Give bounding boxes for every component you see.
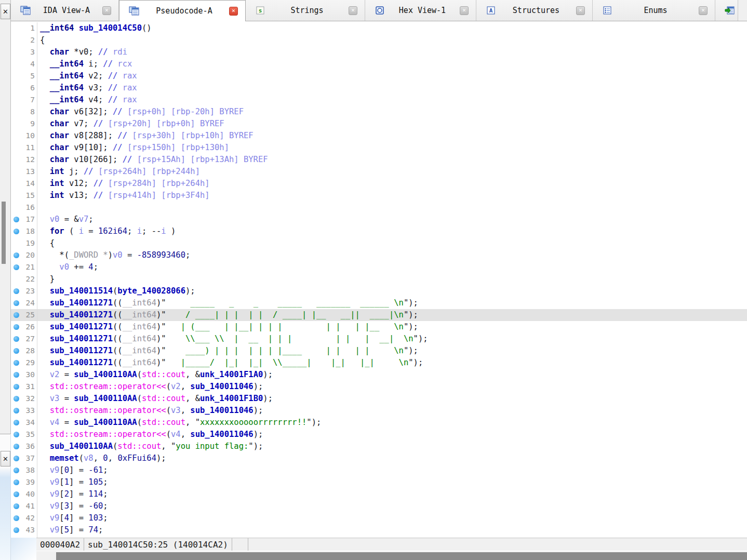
breakpoint-gutter[interactable] — [11, 130, 23, 142]
code-text[interactable]: v9[5] = 74; — [37, 524, 747, 536]
code-text[interactable]: __int64 sub_140014C50() — [37, 22, 747, 34]
code-text[interactable]: } — [37, 273, 747, 285]
code-line[interactable]: 42 v9[4] = 103; — [11, 512, 747, 524]
code-text[interactable]: { — [37, 34, 747, 46]
code-text[interactable]: v9[0] = -61; — [37, 464, 747, 476]
code-line[interactable]: 23 sub_140011514(byte_140028066); — [11, 285, 747, 297]
code-text[interactable]: v2 = sub_1400110AA(std::cout, &unk_14001… — [37, 369, 747, 381]
pseudocode-view[interactable]: 1__int64 sub_140014C50()2{3 char *v0; //… — [11, 21, 747, 538]
breakpoint-dot[interactable] — [11, 345, 23, 357]
code-line[interactable]: 2{ — [11, 34, 747, 46]
breakpoint-gutter[interactable] — [11, 273, 23, 285]
code-line[interactable]: 3 char *v0; // rdi — [11, 46, 747, 58]
tab-structures[interactable]: AStructures✕ — [476, 0, 593, 21]
code-text[interactable]: char *v0; // rdi — [37, 46, 747, 58]
horizontal-scrollbar-thumb[interactable] — [56, 552, 747, 560]
breakpoint-dot[interactable] — [11, 225, 23, 237]
code-line[interactable]: 11 char v9[10]; // [rsp+150h] [rbp+130h] — [11, 142, 747, 154]
breakpoint-dot[interactable] — [11, 417, 23, 429]
breakpoint-dot[interactable] — [11, 393, 23, 405]
breakpoint-gutter[interactable] — [11, 106, 23, 118]
code-line[interactable]: 32 v3 = sub_1400110AA(std::cout, &unk_14… — [11, 393, 747, 405]
breakpoint-dot[interactable] — [11, 452, 23, 464]
breakpoint-dot[interactable] — [11, 309, 23, 321]
tab-enums[interactable]: Enums✕ — [593, 0, 715, 21]
breakpoint-dot[interactable] — [11, 464, 23, 476]
code-line[interactable]: 7 __int64 v4; // rax — [11, 94, 747, 106]
code-line[interactable]: 16 — [11, 202, 747, 214]
code-text[interactable]: v9[2] = 114; — [37, 488, 747, 500]
breakpoint-gutter[interactable] — [11, 82, 23, 94]
code-text[interactable]: v0 += 4; — [37, 261, 747, 273]
panel-close-button-bottom[interactable]: ✕ — [1, 451, 10, 466]
breakpoint-dot[interactable] — [11, 333, 23, 345]
code-text[interactable]: sub_140011271((__int64)" \\___ \\ | __ |… — [37, 333, 747, 345]
breakpoint-gutter[interactable] — [11, 46, 23, 58]
code-text[interactable]: char v8[288]; // [rsp+30h] [rbp+10h] BYR… — [37, 130, 747, 142]
code-text[interactable]: *(_DWORD *)v0 = -858993460; — [37, 249, 747, 261]
code-line[interactable]: 30 v2 = sub_1400110AA(std::cout, &unk_14… — [11, 369, 747, 381]
breakpoint-dot[interactable] — [11, 357, 23, 369]
code-text[interactable]: sub_140011271((__int64)" ____) | | | | |… — [37, 345, 747, 357]
code-line[interactable]: 17 v0 = &v7; — [11, 214, 747, 225]
code-text[interactable]: sub_140011271((__int64)" | (___ | |__| |… — [37, 321, 747, 333]
code-line[interactable]: 35 std::ostream::operator<<(v4, sub_1400… — [11, 429, 747, 441]
code-line[interactable]: 15 int v13; // [rsp+414h] [rbp+3F4h] — [11, 190, 747, 202]
code-text[interactable]: v9[4] = 103; — [37, 512, 747, 524]
breakpoint-dot[interactable] — [11, 297, 23, 309]
code-text[interactable]: std::ostream::operator<<(v4, sub_1400110… — [37, 429, 747, 441]
code-line[interactable]: 25 sub_140011271((__int64)" / ____| | | … — [11, 309, 747, 321]
code-text[interactable]: memset(v8, 0, 0xFFui64); — [37, 452, 747, 464]
code-text[interactable]: char v7; // [rsp+20h] [rbp+0h] BYREF — [37, 118, 747, 130]
code-line[interactable]: 31 std::ostream::operator<<(v2, sub_1400… — [11, 381, 747, 393]
breakpoint-gutter[interactable] — [11, 202, 23, 214]
code-text[interactable]: char v10[266]; // [rsp+15Ah] [rbp+13Ah] … — [37, 154, 747, 166]
breakpoint-dot[interactable] — [11, 405, 23, 417]
breakpoint-dot[interactable] — [11, 512, 23, 524]
code-line[interactable]: 9 char v7; // [rsp+20h] [rbp+0h] BYREF — [11, 118, 747, 130]
code-line[interactable]: 19 { — [11, 237, 747, 249]
code-line[interactable]: 37 memset(v8, 0, 0xFFui64); — [11, 452, 747, 464]
breakpoint-dot[interactable] — [11, 476, 23, 488]
tab-close-button[interactable]: ✕ — [229, 7, 238, 16]
code-text[interactable]: __int64 v4; // rax — [37, 94, 747, 106]
code-line[interactable]: 36 sub_1400110AA(std::cout, "you input f… — [11, 441, 747, 452]
breakpoint-gutter[interactable] — [11, 178, 23, 190]
code-line[interactable]: 21 v0 += 4; — [11, 261, 747, 273]
breakpoint-gutter[interactable] — [11, 22, 23, 34]
tab-close-button[interactable]: ✕ — [460, 6, 469, 15]
vertical-scrollbar-thumb[interactable] — [2, 202, 6, 264]
code-line[interactable]: 33 std::ostream::operator<<(v3, sub_1400… — [11, 405, 747, 417]
breakpoint-gutter[interactable] — [11, 34, 23, 46]
tab-strings[interactable]: sStrings✕ — [246, 0, 365, 21]
horizontal-scrollbar[interactable] — [36, 551, 747, 560]
breakpoint-dot[interactable] — [11, 381, 23, 393]
code-line[interactable]: 10 char v8[288]; // [rsp+30h] [rbp+10h] … — [11, 130, 747, 142]
breakpoint-dot[interactable] — [11, 488, 23, 500]
code-line[interactable]: 22 } — [11, 273, 747, 285]
code-line[interactable]: 29 sub_140011271((__int64)" |_____/ |_| … — [11, 357, 747, 369]
code-line[interactable]: 26 sub_140011271((__int64)" | (___ | |__… — [11, 321, 747, 333]
breakpoint-gutter[interactable] — [11, 237, 23, 249]
code-text[interactable]: sub_140011271((__int64)" _____ _ _ _____… — [37, 297, 747, 309]
code-text[interactable]: std::ostream::operator<<(v3, sub_1400110… — [37, 405, 747, 417]
breakpoint-dot[interactable] — [11, 249, 23, 261]
code-line[interactable]: 18 for ( i = 162i64; i; --i ) — [11, 225, 747, 237]
code-line[interactable]: 12 char v10[266]; // [rsp+15Ah] [rbp+13A… — [11, 154, 747, 166]
code-line[interactable]: 24 sub_140011271((__int64)" _____ _ _ __… — [11, 297, 747, 309]
code-text[interactable]: sub_140011271((__int64)" |_____/ |_| |_|… — [37, 357, 747, 369]
code-text[interactable]: sub_140011514(byte_140028066); — [37, 285, 747, 297]
code-line[interactable]: 28 sub_140011271((__int64)" ____) | | | … — [11, 345, 747, 357]
breakpoint-dot[interactable] — [11, 214, 23, 225]
breakpoint-gutter[interactable] — [11, 154, 23, 166]
code-text[interactable]: __int64 v3; // rax — [37, 82, 747, 94]
breakpoint-dot[interactable] — [11, 524, 23, 536]
code-line[interactable]: 38 v9[0] = -61; — [11, 464, 747, 476]
tab-close-button[interactable]: ✕ — [699, 6, 708, 15]
code-text[interactable]: std::ostream::operator<<(v2, sub_1400110… — [37, 381, 747, 393]
code-line[interactable]: 14 int v12; // [rsp+284h] [rbp+264h] — [11, 178, 747, 190]
code-text[interactable]: char v9[10]; // [rsp+150h] [rbp+130h] — [37, 142, 747, 154]
code-line[interactable]: 13 int j; // [rsp+264h] [rbp+244h] — [11, 166, 747, 178]
code-line[interactable]: 40 v9[2] = 114; — [11, 488, 747, 500]
code-text[interactable]: { — [37, 237, 747, 249]
